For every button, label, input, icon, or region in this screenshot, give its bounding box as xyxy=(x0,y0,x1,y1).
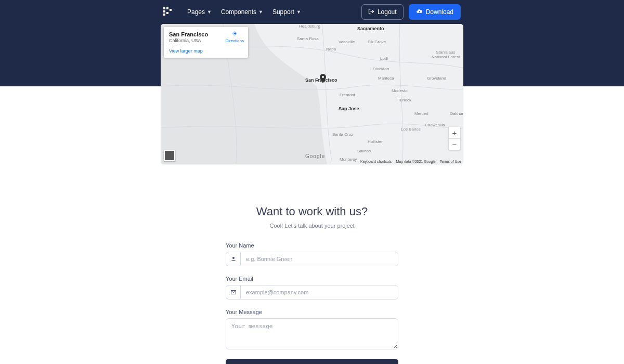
svg-rect-4 xyxy=(166,12,168,14)
map-town-label: Merced xyxy=(414,111,428,116)
contact-section: Want to work with us? Cool! Let's talk a… xyxy=(226,205,398,364)
nav-label: Components xyxy=(221,8,256,16)
chevron-down-icon: ▼ xyxy=(258,9,263,15)
svg-rect-5 xyxy=(163,14,165,16)
map-town-label: Vacaville xyxy=(339,40,355,44)
map-data-label: Map data ©2021 Google xyxy=(396,160,435,163)
map-town-label: Fremont xyxy=(340,93,355,97)
zoom-out-button[interactable]: − xyxy=(449,138,460,150)
top-nav: Pages▼ Components▼ Support▼ Logout Downl… xyxy=(0,0,624,24)
map-info-card: San Francisco California, USA View large… xyxy=(164,27,248,58)
envelope-icon xyxy=(226,285,240,300)
keyboard-shortcuts-link[interactable]: Keyboard shortcuts xyxy=(360,160,392,163)
map-town-label: Hollister xyxy=(368,139,383,144)
download-button[interactable]: Download xyxy=(409,4,461,20)
map-town-label: Chowchilla xyxy=(425,123,445,127)
svg-rect-1 xyxy=(166,7,168,9)
map-embed[interactable]: Sacramento San Jose San Francisco Santa … xyxy=(161,24,463,164)
chevron-down-icon: ▼ xyxy=(296,9,301,15)
google-logo: Google xyxy=(305,153,325,159)
map-town-label: Modesto xyxy=(392,88,408,93)
user-icon xyxy=(226,252,240,266)
nav-support[interactable]: Support▼ xyxy=(272,8,301,16)
map-town-label: Napa xyxy=(326,47,336,51)
name-input[interactable] xyxy=(240,252,398,266)
map-town-label: Santa Cruz xyxy=(332,132,353,137)
directions-icon xyxy=(231,30,238,37)
map-town-label: Elk Grove xyxy=(368,40,386,44)
button-label: Download xyxy=(426,8,453,16)
nav-label: Support xyxy=(272,8,294,16)
directions-link[interactable]: Directions xyxy=(225,30,244,43)
message-textarea[interactable] xyxy=(226,318,398,349)
map-town-label: Santa Rosa xyxy=(297,36,319,41)
cloud-download-icon xyxy=(416,8,423,16)
name-label: Your Name xyxy=(226,242,398,249)
map-zoom-controls: + − xyxy=(449,127,460,150)
svg-point-12 xyxy=(232,257,235,259)
message-label: Your Message xyxy=(226,309,398,315)
directions-label: Directions xyxy=(225,38,244,43)
zoom-in-button[interactable]: + xyxy=(449,127,460,138)
svg-point-11 xyxy=(322,76,324,78)
map-town-label: Manteca xyxy=(378,76,394,81)
map-town-label: Oakhurst xyxy=(450,111,463,116)
svg-rect-2 xyxy=(170,9,172,11)
map-town-label: Monterey xyxy=(340,157,357,162)
nav-label: Pages xyxy=(187,8,205,16)
send-message-button[interactable]: Send message xyxy=(226,359,398,364)
map-forest-label: Stanislaus National Forest xyxy=(430,50,461,59)
email-input[interactable] xyxy=(240,285,398,300)
map-town-label: Stockton xyxy=(373,67,389,71)
map-city-label: Sacramento xyxy=(357,26,384,31)
contact-heading: Want to work with us? xyxy=(226,205,398,218)
nav-components[interactable]: Components▼ xyxy=(221,8,263,16)
logout-button[interactable]: Logout xyxy=(361,4,404,20)
map-city-label: San Jose xyxy=(339,106,359,111)
map-town-label: Lodi xyxy=(380,56,388,61)
map-street-thumb[interactable] xyxy=(164,150,175,161)
terms-link[interactable]: Terms of Use xyxy=(440,160,461,163)
svg-rect-3 xyxy=(163,10,165,12)
map-town-label: Groveland xyxy=(427,76,446,81)
contact-lead: Cool! Let's talk about your project xyxy=(226,223,398,229)
map-town-label: Healdsburg xyxy=(299,24,320,29)
map-town-label: Turlock xyxy=(398,98,411,102)
map-pin-icon xyxy=(320,74,326,83)
map-credits: Keyboard shortcuts Map data ©2021 Google… xyxy=(360,160,461,163)
svg-rect-0 xyxy=(163,7,165,9)
chevron-down-icon: ▼ xyxy=(207,9,212,15)
brand-logo[interactable] xyxy=(163,7,173,17)
view-larger-map-link[interactable]: View larger map xyxy=(169,48,243,54)
button-label: Logout xyxy=(378,8,397,16)
logout-icon xyxy=(368,8,374,16)
map-town-label: Salinas xyxy=(357,149,371,153)
map-town-label: Los Banos xyxy=(401,127,421,132)
email-label: Your Email xyxy=(226,276,398,282)
nav-pages[interactable]: Pages▼ xyxy=(187,8,212,16)
